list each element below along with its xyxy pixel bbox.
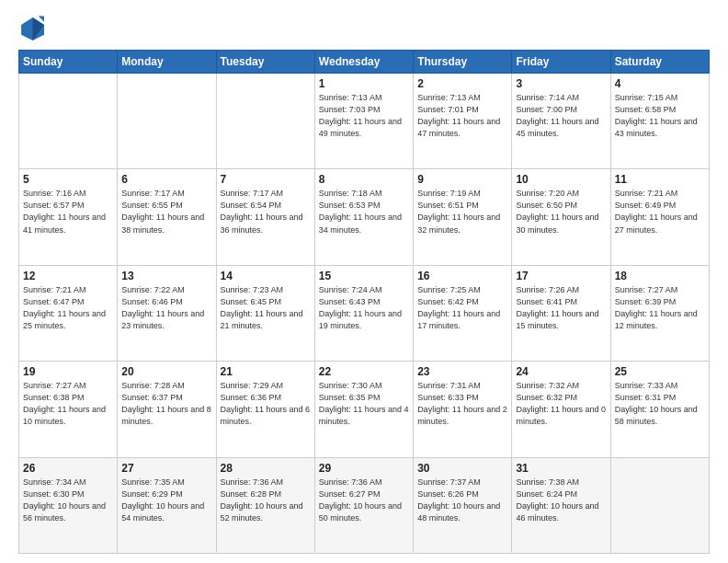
day-number: 28 <box>221 462 311 475</box>
weekday-header: Saturday <box>610 51 709 74</box>
weekday-header: Monday <box>118 51 216 74</box>
day-number: 26 <box>23 462 113 475</box>
day-info: Sunrise: 7:18 AM Sunset: 6:53 PM Dayligh… <box>319 188 409 236</box>
weekday-header: Friday <box>512 51 610 74</box>
day-info: Sunrise: 7:24 AM Sunset: 6:43 PM Dayligh… <box>319 284 409 332</box>
weekday-header: Tuesday <box>216 51 314 74</box>
day-info: Sunrise: 7:17 AM Sunset: 6:55 PM Dayligh… <box>121 188 211 236</box>
day-info: Sunrise: 7:15 AM Sunset: 6:58 PM Dayligh… <box>615 92 705 140</box>
logo-icon <box>18 15 44 40</box>
day-info: Sunrise: 7:37 AM Sunset: 6:26 PM Dayligh… <box>417 477 507 524</box>
calendar-cell: 7Sunrise: 7:17 AM Sunset: 6:54 PM Daylig… <box>216 169 314 265</box>
calendar-cell: 10Sunrise: 7:20 AM Sunset: 6:50 PM Dayli… <box>512 169 610 265</box>
day-info: Sunrise: 7:19 AM Sunset: 6:51 PM Dayligh… <box>417 188 507 236</box>
day-info: Sunrise: 7:34 AM Sunset: 6:30 PM Dayligh… <box>23 477 113 524</box>
calendar-cell: 25Sunrise: 7:33 AM Sunset: 6:31 PM Dayli… <box>610 362 709 457</box>
day-number: 7 <box>221 173 311 186</box>
calendar-cell: 4Sunrise: 7:15 AM Sunset: 6:58 PM Daylig… <box>610 74 709 169</box>
day-info: Sunrise: 7:22 AM Sunset: 6:46 PM Dayligh… <box>121 284 211 332</box>
calendar: SundayMondayTuesdayWednesdayThursdayFrid… <box>18 50 710 554</box>
day-info: Sunrise: 7:14 AM Sunset: 7:00 PM Dayligh… <box>516 92 606 140</box>
calendar-cell: 22Sunrise: 7:30 AM Sunset: 6:35 PM Dayli… <box>314 362 413 457</box>
day-number: 27 <box>121 462 211 475</box>
day-info: Sunrise: 7:33 AM Sunset: 6:31 PM Dayligh… <box>615 380 705 428</box>
day-number: 30 <box>417 462 507 475</box>
calendar-week-row: 26Sunrise: 7:34 AM Sunset: 6:30 PM Dayli… <box>19 457 710 553</box>
calendar-cell: 2Sunrise: 7:13 AM Sunset: 7:01 PM Daylig… <box>414 74 512 169</box>
day-info: Sunrise: 7:31 AM Sunset: 6:33 PM Dayligh… <box>417 380 507 428</box>
day-number: 16 <box>417 270 507 282</box>
day-number: 11 <box>615 173 705 186</box>
calendar-cell: 26Sunrise: 7:34 AM Sunset: 6:30 PM Dayli… <box>19 457 118 553</box>
calendar-cell <box>118 74 216 169</box>
day-info: Sunrise: 7:20 AM Sunset: 6:50 PM Dayligh… <box>516 188 606 236</box>
calendar-cell: 27Sunrise: 7:35 AM Sunset: 6:29 PM Dayli… <box>118 457 216 553</box>
day-info: Sunrise: 7:16 AM Sunset: 6:57 PM Dayligh… <box>23 188 113 236</box>
svg-marker-2 <box>39 17 44 22</box>
day-number: 15 <box>319 270 409 282</box>
calendar-cell: 1Sunrise: 7:13 AM Sunset: 7:03 PM Daylig… <box>314 74 413 169</box>
day-info: Sunrise: 7:21 AM Sunset: 6:49 PM Dayligh… <box>615 188 705 236</box>
calendar-week-row: 5Sunrise: 7:16 AM Sunset: 6:57 PM Daylig… <box>19 169 710 265</box>
calendar-cell: 6Sunrise: 7:17 AM Sunset: 6:55 PM Daylig… <box>118 169 216 265</box>
calendar-header: SundayMondayTuesdayWednesdayThursdayFrid… <box>19 51 710 74</box>
calendar-cell <box>19 74 118 169</box>
weekday-row: SundayMondayTuesdayWednesdayThursdayFrid… <box>19 51 710 74</box>
day-info: Sunrise: 7:23 AM Sunset: 6:45 PM Dayligh… <box>221 284 311 332</box>
day-number: 22 <box>319 365 409 378</box>
day-info: Sunrise: 7:21 AM Sunset: 6:47 PM Dayligh… <box>23 284 113 332</box>
day-number: 17 <box>516 270 606 282</box>
day-info: Sunrise: 7:13 AM Sunset: 7:03 PM Dayligh… <box>319 92 409 140</box>
calendar-cell <box>610 457 709 553</box>
day-number: 20 <box>121 365 211 378</box>
day-number: 19 <box>23 365 113 378</box>
day-number: 1 <box>319 77 409 90</box>
calendar-cell: 30Sunrise: 7:37 AM Sunset: 6:26 PM Dayli… <box>414 457 512 553</box>
calendar-cell: 11Sunrise: 7:21 AM Sunset: 6:49 PM Dayli… <box>610 169 709 265</box>
day-info: Sunrise: 7:35 AM Sunset: 6:29 PM Dayligh… <box>121 477 211 524</box>
day-info: Sunrise: 7:30 AM Sunset: 6:35 PM Dayligh… <box>319 380 409 428</box>
day-number: 29 <box>319 462 409 475</box>
day-number: 18 <box>615 270 705 282</box>
page: SundayMondayTuesdayWednesdayThursdayFrid… <box>0 0 728 563</box>
calendar-cell: 19Sunrise: 7:27 AM Sunset: 6:38 PM Dayli… <box>19 362 118 457</box>
day-number: 5 <box>23 173 113 186</box>
day-number: 2 <box>417 77 507 90</box>
day-info: Sunrise: 7:25 AM Sunset: 6:42 PM Dayligh… <box>417 284 507 332</box>
calendar-cell: 31Sunrise: 7:38 AM Sunset: 6:24 PM Dayli… <box>512 457 610 553</box>
day-number: 8 <box>319 173 409 186</box>
day-info: Sunrise: 7:36 AM Sunset: 6:28 PM Dayligh… <box>221 477 311 524</box>
calendar-cell: 12Sunrise: 7:21 AM Sunset: 6:47 PM Dayli… <box>19 265 118 361</box>
day-number: 3 <box>516 77 606 90</box>
header <box>18 15 710 40</box>
calendar-cell <box>216 74 314 169</box>
calendar-cell: 9Sunrise: 7:19 AM Sunset: 6:51 PM Daylig… <box>414 169 512 265</box>
calendar-cell: 16Sunrise: 7:25 AM Sunset: 6:42 PM Dayli… <box>414 265 512 361</box>
weekday-header: Thursday <box>414 51 512 74</box>
calendar-cell: 3Sunrise: 7:14 AM Sunset: 7:00 PM Daylig… <box>512 74 610 169</box>
calendar-cell: 24Sunrise: 7:32 AM Sunset: 6:32 PM Dayli… <box>512 362 610 457</box>
calendar-cell: 28Sunrise: 7:36 AM Sunset: 6:28 PM Dayli… <box>216 457 314 553</box>
calendar-cell: 8Sunrise: 7:18 AM Sunset: 6:53 PM Daylig… <box>314 169 413 265</box>
day-number: 10 <box>516 173 606 186</box>
day-info: Sunrise: 7:36 AM Sunset: 6:27 PM Dayligh… <box>319 477 409 524</box>
day-number: 21 <box>221 365 311 378</box>
weekday-header: Sunday <box>19 51 118 74</box>
calendar-cell: 18Sunrise: 7:27 AM Sunset: 6:39 PM Dayli… <box>610 265 709 361</box>
day-number: 13 <box>121 270 211 282</box>
day-number: 24 <box>516 365 606 378</box>
calendar-body: 1Sunrise: 7:13 AM Sunset: 7:03 PM Daylig… <box>19 74 710 554</box>
calendar-cell: 29Sunrise: 7:36 AM Sunset: 6:27 PM Dayli… <box>314 457 413 553</box>
calendar-week-row: 1Sunrise: 7:13 AM Sunset: 7:03 PM Daylig… <box>19 74 710 169</box>
calendar-cell: 23Sunrise: 7:31 AM Sunset: 6:33 PM Dayli… <box>414 362 512 457</box>
day-number: 12 <box>23 270 113 282</box>
calendar-week-row: 12Sunrise: 7:21 AM Sunset: 6:47 PM Dayli… <box>19 265 710 361</box>
day-number: 9 <box>417 173 507 186</box>
day-info: Sunrise: 7:29 AM Sunset: 6:36 PM Dayligh… <box>221 380 311 428</box>
calendar-cell: 20Sunrise: 7:28 AM Sunset: 6:37 PM Dayli… <box>118 362 216 457</box>
day-info: Sunrise: 7:28 AM Sunset: 6:37 PM Dayligh… <box>121 380 211 428</box>
calendar-cell: 5Sunrise: 7:16 AM Sunset: 6:57 PM Daylig… <box>19 169 118 265</box>
day-number: 23 <box>417 365 507 378</box>
day-info: Sunrise: 7:26 AM Sunset: 6:41 PM Dayligh… <box>516 284 606 332</box>
day-info: Sunrise: 7:13 AM Sunset: 7:01 PM Dayligh… <box>417 92 507 140</box>
